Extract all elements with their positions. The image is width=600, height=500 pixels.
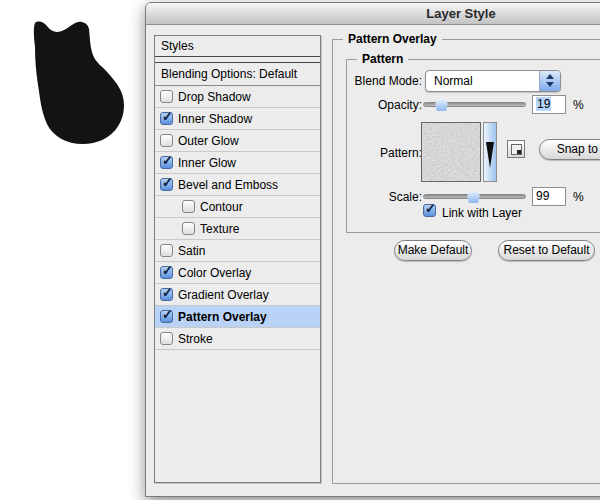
checkbox[interactable] (160, 266, 173, 279)
list-item-drop-shadow[interactable]: Drop Shadow (155, 86, 320, 108)
opacity-label: Opacity: (302, 98, 422, 112)
opacity-unit: % (573, 98, 584, 112)
list-item-label: Bevel and Emboss (178, 178, 278, 192)
pattern-overlay-group-title: Pattern Overlay (343, 32, 442, 46)
list-item-label: Drop Shadow (178, 90, 251, 104)
blend-mode-value: Normal (434, 74, 473, 88)
canvas-artwork-blob (18, 15, 130, 151)
list-item-label: Pattern Overlay (178, 310, 267, 324)
list-item-blending-options[interactable]: Blending Options: Default (155, 63, 320, 86)
scale-value: 99 (536, 189, 549, 203)
list-item-label: Inner Shadow (178, 112, 252, 126)
new-preset-icon (511, 144, 522, 155)
list-item-contour[interactable]: Contour (155, 196, 320, 218)
checkbox[interactable] (182, 200, 195, 213)
up-down-stepper-icon[interactable] (539, 71, 560, 91)
blend-mode-select[interactable]: Normal (425, 70, 561, 92)
list-item-label: Inner Glow (178, 156, 236, 170)
scale-label: Scale: (302, 190, 422, 204)
list-item-satin[interactable]: Satin (155, 240, 320, 262)
layer-style-dialog: Layer Style Styles Blending Options: Def… (145, 2, 600, 497)
list-item-texture[interactable]: Texture (155, 218, 320, 240)
checkbox[interactable] (160, 156, 173, 169)
list-item-label: Stroke (178, 332, 213, 346)
blend-mode-label: Blend Mode: (302, 74, 422, 88)
list-item-label: Contour (200, 200, 243, 214)
list-item-bevel-and-emboss[interactable]: Bevel and Emboss (155, 174, 320, 196)
checkbox[interactable] (160, 90, 173, 103)
new-preset-button[interactable] (507, 140, 525, 158)
dialog-title: Layer Style (426, 6, 495, 21)
styles-list: Styles Blending Options: Default Drop Sh… (154, 35, 321, 483)
list-item-label: Color Overlay (178, 266, 251, 280)
checkbox[interactable] (160, 288, 173, 301)
list-item-stroke[interactable]: Stroke (155, 328, 320, 350)
list-item-inner-shadow[interactable]: Inner Shadow (155, 108, 320, 130)
list-item-inner-glow[interactable]: Inner Glow (155, 152, 320, 174)
list-item-pattern-overlay[interactable]: Pattern Overlay (155, 306, 320, 328)
pattern-subgroup-title: Pattern (357, 52, 408, 66)
pattern-texture (422, 123, 480, 181)
checkbox[interactable] (160, 112, 173, 125)
blending-options-label: Blending Options: Default (161, 67, 297, 81)
list-item-gradient-overlay[interactable]: Gradient Overlay (155, 284, 320, 306)
list-item-outer-glow[interactable]: Outer Glow (155, 130, 320, 152)
styles-list-header: Styles (155, 36, 320, 57)
pattern-picker-button[interactable] (483, 122, 497, 182)
list-item-label: Gradient Overlay (178, 288, 269, 302)
opacity-input[interactable]: 19 (532, 95, 566, 114)
pattern-label: Pattern: (302, 146, 422, 160)
scale-input[interactable]: 99 (532, 187, 566, 206)
link-with-layer-checkbox[interactable] (423, 204, 436, 217)
checkbox[interactable] (160, 178, 173, 191)
list-item-label: Outer Glow (178, 134, 239, 148)
checkbox[interactable] (160, 310, 173, 323)
pattern-swatch[interactable] (421, 122, 481, 182)
checkbox[interactable] (160, 134, 173, 147)
list-item-label: Texture (200, 222, 239, 236)
scale-unit: % (573, 190, 584, 204)
checkbox[interactable] (182, 222, 195, 235)
dialog-titlebar[interactable]: Layer Style (146, 3, 600, 25)
list-item-color-overlay[interactable]: Color Overlay (155, 262, 320, 284)
checkbox[interactable] (160, 244, 173, 257)
snap-to-origin-button[interactable]: Snap to Origin (539, 139, 600, 160)
list-item-label: Satin (178, 244, 205, 258)
link-with-layer-label: Link with Layer (442, 206, 522, 220)
opacity-value: 19 (536, 97, 551, 111)
make-default-button[interactable]: Make Default (394, 240, 472, 261)
checkbox[interactable] (160, 332, 173, 345)
reset-to-default-button[interactable]: Reset to Default (498, 240, 595, 261)
